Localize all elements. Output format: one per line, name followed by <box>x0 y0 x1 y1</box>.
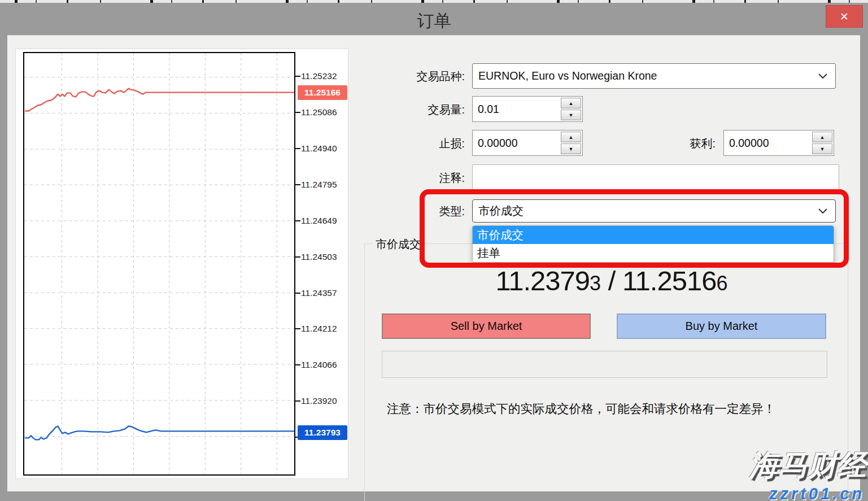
arrow-down-icon: ▼ <box>569 112 574 118</box>
volume-input[interactable]: 0.01 ▲ ▼ <box>472 96 583 122</box>
bid-price: 11.2379 <box>496 265 590 296</box>
symbol-value: EURNOK, Euro vs Norwegian Krone <box>478 69 657 82</box>
volume-stepper: ▲ ▼ <box>560 97 582 121</box>
watermark: 海马财经 zzrt01.cn <box>699 445 868 501</box>
type-dropdown-list: 市价成交 挂单 <box>472 225 834 263</box>
arrow-up-icon: ▲ <box>569 101 574 106</box>
chevron-down-icon <box>818 208 827 214</box>
buy-by-market-button[interactable]: Buy by Market <box>617 313 826 339</box>
spin-up-button[interactable]: ▲ <box>812 132 832 142</box>
tick-chart-panel: 11.2523211.2508611.2494011.2479511.24649… <box>15 49 348 479</box>
disabled-info-box <box>382 351 827 378</box>
stoploss-label: 止损: <box>369 136 465 151</box>
axis-tick-label: 11.23920 <box>301 395 337 407</box>
market-execution-group-label: 市价成交 <box>373 237 424 251</box>
close-icon: ✕ <box>840 10 849 23</box>
axis-tick-mark <box>295 148 300 149</box>
comment-input[interactable] <box>472 164 839 190</box>
stoploss-stepper: ▲ ▼ <box>560 130 582 155</box>
axis-tick-mark <box>295 400 300 402</box>
tick-chart-plot <box>23 52 295 476</box>
notice-text: 注意：市价交易模式下的实际成交价格，可能会和请求价格有一定差异！ <box>387 400 839 417</box>
axis-tick-mark <box>295 220 300 221</box>
arrow-down-icon: ▼ <box>569 146 574 152</box>
type-select[interactable]: 市价成交 <box>472 199 836 223</box>
spin-up-button[interactable]: ▲ <box>561 132 581 142</box>
axis-tick-mark <box>295 76 300 77</box>
arrow-up-icon: ▲ <box>820 134 825 140</box>
takeprofit-stepper: ▲ ▼ <box>811 130 834 155</box>
axis-tick-label: 11.24795 <box>301 179 337 190</box>
type-label: 类型: <box>369 203 465 219</box>
axis-tick-label: 11.24503 <box>301 251 337 263</box>
stoploss-value: 0.00000 <box>473 130 560 155</box>
quote-separator: / <box>601 265 622 296</box>
ask-price-tag: 11.25166 <box>298 85 347 100</box>
dropdown-option-pending-order[interactable]: 挂单 <box>473 244 834 262</box>
watermark-brand: 海马财经 <box>749 446 867 485</box>
comment-label: 注释: <box>369 170 465 186</box>
chevron-down-icon <box>818 73 827 79</box>
window-root: { "window": { "title": "订单", "close_glyp… <box>0 0 868 501</box>
dropdown-option-market-execution[interactable]: 市价成交 <box>473 226 834 244</box>
bid-ask-quote: 11.23793 / 11.25166 <box>397 265 826 299</box>
takeprofit-input[interactable]: 0.00000 ▲ ▼ <box>723 130 834 156</box>
takeprofit-label: 获利: <box>620 136 716 151</box>
window-title: 订单 <box>0 10 868 33</box>
axis-tick-label: 11.24066 <box>301 359 337 371</box>
watermark-url: zzrt01.cn <box>769 485 865 501</box>
bid-price-last-digit: 3 <box>590 272 601 295</box>
axis-tick-label: 11.25232 <box>301 71 337 82</box>
axis-tick-label: 11.24212 <box>301 323 337 334</box>
volume-value: 0.01 <box>473 97 560 121</box>
axis-tick-mark <box>295 364 300 365</box>
axis-tick-mark <box>295 293 300 294</box>
stoploss-input[interactable]: 0.00000 ▲ ▼ <box>472 130 583 156</box>
axis-tick-mark <box>295 328 300 329</box>
volume-label: 交易量: <box>369 102 465 117</box>
ask-price-last-digit: 6 <box>716 272 727 295</box>
title-bar: 订单 ✕ <box>0 3 868 35</box>
ask-price: 11.2516 <box>622 265 717 296</box>
spin-down-button[interactable]: ▼ <box>561 110 581 120</box>
spin-down-button[interactable]: ▼ <box>812 143 832 154</box>
spin-up-button[interactable]: ▲ <box>561 98 581 108</box>
axis-tick-label: 11.24940 <box>301 143 337 154</box>
axis-tick-label: 11.25086 <box>301 107 337 118</box>
axis-tick-label: 11.24357 <box>301 287 337 299</box>
spin-down-button[interactable]: ▼ <box>561 143 581 154</box>
symbol-select[interactable]: EURNOK, Euro vs Norwegian Krone <box>472 63 836 89</box>
sell-by-market-button[interactable]: Sell by Market <box>382 313 591 339</box>
order-dialog-body: 11.2523211.2508611.2494011.2479511.24649… <box>7 35 860 491</box>
arrow-down-icon: ▼ <box>820 146 825 152</box>
takeprofit-value: 0.00000 <box>724 130 811 155</box>
axis-tick-mark <box>295 256 300 258</box>
axis-tick-mark <box>295 112 300 113</box>
symbol-label: 交易品种: <box>369 68 465 84</box>
axis-tick-label: 11.24649 <box>301 215 337 226</box>
type-value: 市价成交 <box>478 203 524 219</box>
close-button[interactable]: ✕ <box>826 5 863 28</box>
arrow-up-icon: ▲ <box>569 134 574 140</box>
tick-chart-svg <box>24 53 294 474</box>
bid-price-tag: 11.23793 <box>298 425 347 440</box>
axis-tick-mark <box>295 184 300 185</box>
